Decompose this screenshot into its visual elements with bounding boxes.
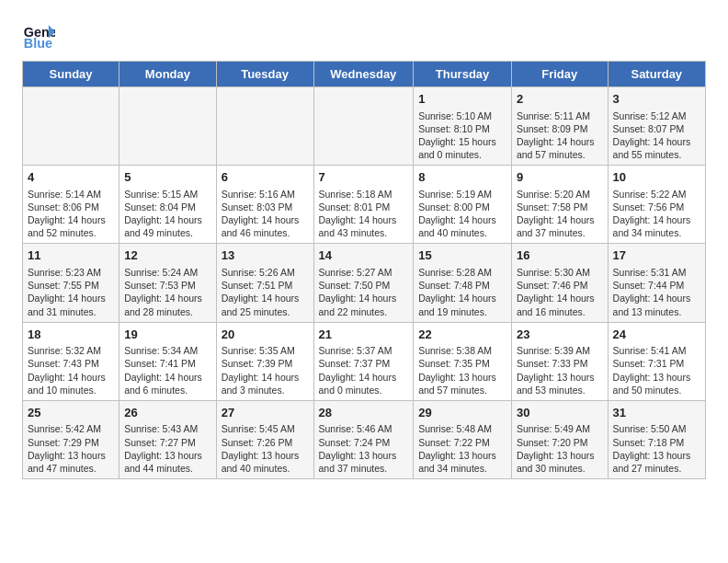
day-number: 22 bbox=[418, 327, 506, 343]
day-number: 27 bbox=[222, 405, 309, 421]
weekday-header: Monday bbox=[119, 62, 216, 87]
calendar-cell bbox=[23, 87, 119, 166]
day-number: 16 bbox=[517, 247, 603, 264]
day-number: 17 bbox=[613, 247, 700, 264]
day-info: Sunrise: 5:31 AM Sunset: 7:44 PM Dayligh… bbox=[613, 266, 700, 318]
day-number: 20 bbox=[222, 327, 309, 343]
day-number: 8 bbox=[418, 169, 506, 186]
day-info: Sunrise: 5:16 AM Sunset: 8:03 PM Dayligh… bbox=[222, 188, 309, 240]
svg-text:Blue: Blue bbox=[24, 36, 52, 51]
day-number: 30 bbox=[517, 405, 603, 421]
day-info: Sunrise: 5:34 AM Sunset: 7:41 PM Dayligh… bbox=[124, 344, 210, 396]
day-number: 14 bbox=[319, 247, 409, 264]
calendar-cell: 25Sunrise: 5:42 AM Sunset: 7:29 PM Dayli… bbox=[23, 400, 119, 478]
day-info: Sunrise: 5:18 AM Sunset: 8:01 PM Dayligh… bbox=[319, 188, 409, 240]
day-number: 24 bbox=[613, 327, 700, 343]
calendar-cell: 23Sunrise: 5:39 AM Sunset: 7:33 PM Dayli… bbox=[511, 322, 608, 400]
calendar-cell: 3Sunrise: 5:12 AM Sunset: 8:07 PM Daylig… bbox=[608, 87, 705, 166]
day-info: Sunrise: 5:15 AM Sunset: 8:04 PM Dayligh… bbox=[124, 188, 210, 240]
calendar-cell bbox=[119, 87, 216, 166]
calendar-cell: 28Sunrise: 5:46 AM Sunset: 7:24 PM Dayli… bbox=[313, 400, 414, 478]
day-number: 28 bbox=[319, 405, 409, 421]
calendar-cell: 30Sunrise: 5:49 AM Sunset: 7:20 PM Dayli… bbox=[511, 400, 608, 478]
calendar-cell: 17Sunrise: 5:31 AM Sunset: 7:44 PM Dayli… bbox=[608, 244, 705, 322]
day-number: 29 bbox=[418, 405, 506, 421]
day-info: Sunrise: 5:48 AM Sunset: 7:22 PM Dayligh… bbox=[418, 422, 506, 475]
day-info: Sunrise: 5:49 AM Sunset: 7:20 PM Dayligh… bbox=[517, 422, 603, 475]
day-info: Sunrise: 5:28 AM Sunset: 7:48 PM Dayligh… bbox=[418, 266, 506, 318]
day-info: Sunrise: 5:46 AM Sunset: 7:24 PM Dayligh… bbox=[319, 422, 409, 475]
day-info: Sunrise: 5:37 AM Sunset: 7:37 PM Dayligh… bbox=[319, 344, 409, 396]
day-info: Sunrise: 5:22 AM Sunset: 7:56 PM Dayligh… bbox=[613, 188, 700, 240]
calendar-table: SundayMondayTuesdayWednesdayThursdayFrid… bbox=[22, 61, 706, 479]
day-number: 4 bbox=[28, 169, 114, 186]
day-info: Sunrise: 5:26 AM Sunset: 7:51 PM Dayligh… bbox=[222, 266, 309, 318]
day-info: Sunrise: 5:20 AM Sunset: 7:58 PM Dayligh… bbox=[517, 188, 603, 240]
day-number: 10 bbox=[613, 169, 700, 186]
calendar-cell: 5Sunrise: 5:15 AM Sunset: 8:04 PM Daylig… bbox=[119, 166, 216, 244]
calendar-cell: 9Sunrise: 5:20 AM Sunset: 7:58 PM Daylig… bbox=[511, 166, 608, 244]
logo-icon: General Blue bbox=[22, 18, 55, 52]
day-number: 11 bbox=[28, 247, 114, 264]
calendar-cell: 19Sunrise: 5:34 AM Sunset: 7:41 PM Dayli… bbox=[119, 322, 216, 400]
calendar-cell: 6Sunrise: 5:16 AM Sunset: 8:03 PM Daylig… bbox=[216, 166, 313, 244]
weekday-header: Friday bbox=[511, 62, 608, 87]
day-number: 6 bbox=[222, 169, 309, 186]
day-number: 26 bbox=[124, 405, 210, 421]
day-info: Sunrise: 5:27 AM Sunset: 7:50 PM Dayligh… bbox=[319, 266, 409, 318]
calendar-cell bbox=[313, 87, 414, 166]
day-info: Sunrise: 5:39 AM Sunset: 7:33 PM Dayligh… bbox=[517, 344, 603, 396]
day-number: 5 bbox=[124, 169, 210, 186]
calendar-cell: 27Sunrise: 5:45 AM Sunset: 7:26 PM Dayli… bbox=[216, 400, 313, 478]
calendar-cell: 13Sunrise: 5:26 AM Sunset: 7:51 PM Dayli… bbox=[216, 244, 313, 322]
day-info: Sunrise: 5:35 AM Sunset: 7:39 PM Dayligh… bbox=[222, 344, 309, 396]
day-number: 2 bbox=[517, 91, 603, 108]
weekday-header: Thursday bbox=[414, 62, 512, 87]
day-number: 7 bbox=[319, 169, 409, 186]
calendar-cell: 20Sunrise: 5:35 AM Sunset: 7:39 PM Dayli… bbox=[216, 322, 313, 400]
calendar-cell: 7Sunrise: 5:18 AM Sunset: 8:01 PM Daylig… bbox=[313, 166, 414, 244]
calendar-cell: 31Sunrise: 5:50 AM Sunset: 7:18 PM Dayli… bbox=[608, 400, 705, 478]
logo: General Blue bbox=[22, 18, 61, 52]
weekday-header: Saturday bbox=[608, 62, 705, 87]
day-number: 25 bbox=[28, 405, 114, 421]
calendar-cell: 12Sunrise: 5:24 AM Sunset: 7:53 PM Dayli… bbox=[119, 244, 216, 322]
calendar-cell: 26Sunrise: 5:43 AM Sunset: 7:27 PM Dayli… bbox=[119, 400, 216, 478]
day-number: 12 bbox=[124, 247, 210, 264]
calendar-cell: 22Sunrise: 5:38 AM Sunset: 7:35 PM Dayli… bbox=[414, 322, 512, 400]
calendar-cell: 18Sunrise: 5:32 AM Sunset: 7:43 PM Dayli… bbox=[23, 322, 119, 400]
day-info: Sunrise: 5:10 AM Sunset: 8:10 PM Dayligh… bbox=[418, 109, 506, 162]
day-number: 9 bbox=[517, 169, 603, 186]
calendar-cell: 8Sunrise: 5:19 AM Sunset: 8:00 PM Daylig… bbox=[414, 166, 512, 244]
day-info: Sunrise: 5:42 AM Sunset: 7:29 PM Dayligh… bbox=[28, 422, 114, 475]
day-number: 21 bbox=[319, 327, 409, 343]
calendar-cell: 14Sunrise: 5:27 AM Sunset: 7:50 PM Dayli… bbox=[313, 244, 414, 322]
calendar-cell: 4Sunrise: 5:14 AM Sunset: 8:06 PM Daylig… bbox=[23, 166, 119, 244]
day-number: 23 bbox=[517, 327, 603, 343]
day-number: 13 bbox=[222, 247, 309, 264]
weekday-header: Sunday bbox=[23, 62, 119, 87]
day-info: Sunrise: 5:11 AM Sunset: 8:09 PM Dayligh… bbox=[517, 109, 603, 162]
weekday-header: Tuesday bbox=[216, 62, 313, 87]
header: General Blue bbox=[22, 18, 706, 52]
day-info: Sunrise: 5:41 AM Sunset: 7:31 PM Dayligh… bbox=[613, 344, 700, 396]
day-info: Sunrise: 5:45 AM Sunset: 7:26 PM Dayligh… bbox=[222, 422, 309, 475]
day-info: Sunrise: 5:12 AM Sunset: 8:07 PM Dayligh… bbox=[613, 109, 700, 162]
day-number: 3 bbox=[613, 91, 700, 108]
day-number: 31 bbox=[613, 405, 700, 421]
day-number: 1 bbox=[418, 91, 506, 108]
calendar-cell: 11Sunrise: 5:23 AM Sunset: 7:55 PM Dayli… bbox=[23, 244, 119, 322]
day-info: Sunrise: 5:19 AM Sunset: 8:00 PM Dayligh… bbox=[418, 188, 506, 240]
day-info: Sunrise: 5:14 AM Sunset: 8:06 PM Dayligh… bbox=[28, 188, 114, 240]
day-number: 15 bbox=[418, 247, 506, 264]
day-number: 19 bbox=[124, 327, 210, 343]
calendar-cell: 16Sunrise: 5:30 AM Sunset: 7:46 PM Dayli… bbox=[511, 244, 608, 322]
calendar-cell: 29Sunrise: 5:48 AM Sunset: 7:22 PM Dayli… bbox=[414, 400, 512, 478]
calendar-cell: 21Sunrise: 5:37 AM Sunset: 7:37 PM Dayli… bbox=[313, 322, 414, 400]
calendar-cell bbox=[216, 87, 313, 166]
day-info: Sunrise: 5:24 AM Sunset: 7:53 PM Dayligh… bbox=[124, 266, 210, 318]
day-info: Sunrise: 5:38 AM Sunset: 7:35 PM Dayligh… bbox=[418, 344, 506, 396]
calendar-cell: 15Sunrise: 5:28 AM Sunset: 7:48 PM Dayli… bbox=[414, 244, 512, 322]
day-info: Sunrise: 5:43 AM Sunset: 7:27 PM Dayligh… bbox=[124, 422, 210, 475]
calendar-cell: 1Sunrise: 5:10 AM Sunset: 8:10 PM Daylig… bbox=[414, 87, 512, 166]
